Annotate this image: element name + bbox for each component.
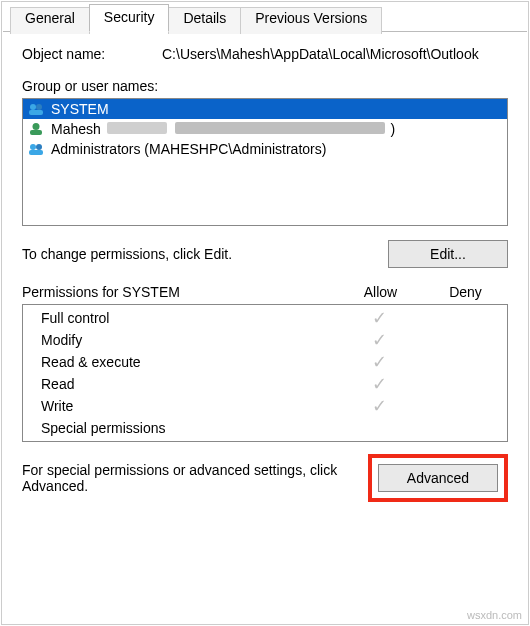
- svg-point-6: [36, 144, 42, 150]
- permission-row: Read & execute ✓: [23, 351, 507, 373]
- advanced-hint-text: For special permissions or advanced sett…: [22, 462, 358, 494]
- tab-general[interactable]: General: [10, 7, 90, 34]
- properties-dialog: General Security Details Previous Versio…: [1, 1, 529, 625]
- user-icon: [27, 122, 45, 136]
- permission-row: Special permissions: [23, 417, 507, 439]
- permissions-header: Permissions for SYSTEM Allow Deny: [22, 284, 508, 300]
- svg-point-0: [30, 104, 36, 110]
- edit-button[interactable]: Edit...: [388, 240, 508, 268]
- column-allow: Allow: [338, 284, 423, 300]
- tab-details[interactable]: Details: [168, 7, 241, 34]
- check-icon: ✓: [337, 377, 422, 391]
- permission-name: Read: [41, 376, 337, 392]
- tab-content: Object name: C:\Users\Mahesh\AppData\Loc…: [2, 32, 528, 512]
- principal-name-prefix: Mahesh: [51, 121, 101, 137]
- object-name-label: Object name:: [22, 46, 162, 62]
- principal-name: Mahesh ): [51, 121, 395, 137]
- edit-hint-row: To change permissions, click Edit. Edit.…: [22, 240, 508, 268]
- permission-name: Full control: [41, 310, 337, 326]
- redacted-text: [107, 122, 167, 134]
- permission-name: Read & execute: [41, 354, 337, 370]
- permission-row: Full control ✓: [23, 307, 507, 329]
- advanced-hint-row: For special permissions or advanced sett…: [22, 454, 508, 502]
- tab-security[interactable]: Security: [89, 4, 170, 32]
- svg-point-3: [33, 123, 40, 130]
- group-icon: [27, 142, 45, 156]
- edit-hint-text: To change permissions, click Edit.: [22, 246, 388, 262]
- tab-strip: General Security Details Previous Versio…: [2, 2, 528, 31]
- list-item[interactable]: SYSTEM: [23, 99, 507, 119]
- object-name-row: Object name: C:\Users\Mahesh\AppData\Loc…: [22, 46, 508, 62]
- principal-name: Administrators (MAHESHPC\Administrators): [51, 141, 326, 157]
- permissions-list: Full control ✓ Modify ✓ Read & execute ✓…: [22, 304, 508, 442]
- highlight-box: Advanced: [368, 454, 508, 502]
- permissions-title: Permissions for SYSTEM: [22, 284, 338, 300]
- check-icon: ✓: [337, 333, 422, 347]
- column-deny: Deny: [423, 284, 508, 300]
- permission-row: Read ✓: [23, 373, 507, 395]
- tab-previous-versions[interactable]: Previous Versions: [240, 7, 382, 34]
- object-name-value: C:\Users\Mahesh\AppData\Local\Microsoft\…: [162, 46, 508, 62]
- redacted-text: [175, 122, 385, 134]
- svg-rect-4: [30, 130, 42, 135]
- advanced-button[interactable]: Advanced: [378, 464, 498, 492]
- permission-name: Modify: [41, 332, 337, 348]
- check-icon: ✓: [337, 311, 422, 325]
- check-icon: ✓: [337, 399, 422, 413]
- svg-point-1: [36, 104, 42, 110]
- svg-point-5: [30, 144, 36, 150]
- permission-name: Write: [41, 398, 337, 414]
- list-item[interactable]: Administrators (MAHESHPC\Administrators): [23, 139, 507, 159]
- check-icon: ✓: [337, 355, 422, 369]
- group-icon: [27, 102, 45, 116]
- principals-list[interactable]: SYSTEM Mahesh ) Administrators (MAHESHPC…: [22, 98, 508, 226]
- list-item[interactable]: Mahesh ): [23, 119, 507, 139]
- group-user-label: Group or user names:: [22, 78, 508, 94]
- svg-rect-7: [29, 150, 43, 155]
- permission-name: Special permissions: [41, 420, 337, 436]
- principal-name: SYSTEM: [51, 101, 109, 117]
- permission-row: Write ✓: [23, 395, 507, 417]
- permission-row: Modify ✓: [23, 329, 507, 351]
- svg-rect-2: [29, 110, 43, 115]
- principal-name-suffix: ): [390, 121, 395, 137]
- watermark-text: wsxdn.com: [467, 609, 522, 621]
